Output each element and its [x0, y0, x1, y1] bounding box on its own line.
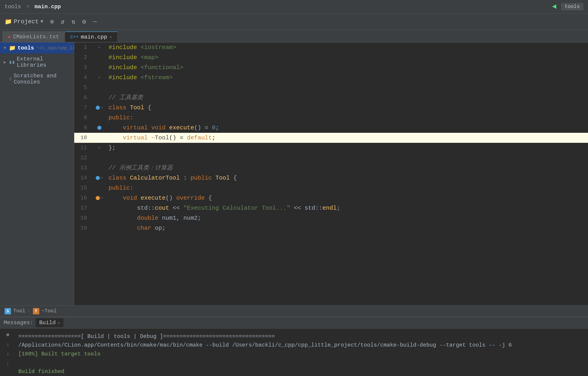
tab-main-cpp[interactable]: C++ main.cpp ✕	[65, 31, 118, 42]
sidebar-external-label: External Libraries	[17, 56, 70, 68]
table-row: 15 public:	[74, 183, 588, 193]
build-success-line: [100%] Built target tools	[18, 350, 583, 358]
scroll-down-build-icon[interactable]: ⇩	[4, 350, 12, 358]
sidebar: ▼ 📁 tools ~/c_cpp/cpp_little_project/too…	[0, 42, 74, 305]
line-number: 18	[74, 213, 93, 223]
build-content: ■ ⇧ ⇩ ⋮ ===================[ Build | too…	[0, 329, 588, 376]
project-dropdown-icon: ▼	[40, 19, 43, 24]
build-panel: Messages: Build ✕ ■ ⇧ ⇩ ⋮ ==============…	[0, 317, 588, 376]
tab-close-icon[interactable]: ✕	[109, 34, 112, 40]
sidebar-tools-path: ~/c_cpp/cpp_little_project/tools	[37, 45, 74, 51]
line-gutter: ▿	[93, 73, 106, 83]
tab-cmake[interactable]: ▲ CMakeLists.txt	[2, 31, 65, 42]
build-tab[interactable]: Build ✕	[36, 318, 64, 327]
fold-icon-4[interactable]: ▿	[98, 143, 101, 153]
fold-icon-2[interactable]: ▿	[98, 73, 101, 83]
sidebar-item-tools[interactable]: ▼ 📁 tools ~/c_cpp/cpp_little_project/too…	[0, 42, 74, 54]
editor-area[interactable]: 1 ▿ #include <iostream> 2 #include <map>…	[74, 42, 588, 305]
table-row: 1 ▿ #include <iostream>	[74, 42, 588, 52]
table-row: 4 ▿ #include <fstream>	[74, 73, 588, 83]
code-content: virtual ~Tool() = default;	[106, 133, 215, 143]
build-finished-line: Build finished	[18, 367, 583, 376]
title-bar: tools > main.cpp ◄ tools	[0, 0, 588, 14]
line-gutter: ▿	[93, 103, 106, 113]
table-row: 8 public:	[74, 113, 588, 123]
code-content: virtual void execute() = 0;	[106, 123, 219, 133]
line-number: 4	[74, 73, 93, 83]
table-row: 9 virtual void execute() = 0;	[74, 123, 588, 133]
title-filename: main.cpp	[34, 4, 61, 10]
sidebar-scratches-label: Scratches and Consoles	[14, 73, 70, 85]
scroll-down-icon[interactable]: ⇅	[72, 18, 75, 26]
line-gutter: ▿	[93, 42, 106, 52]
breakpoint-dot-2[interactable]	[97, 126, 101, 130]
code-content: #include <iostream>	[106, 42, 176, 52]
breadcrumb-f-icon: f	[33, 308, 39, 314]
main-cpp-tab-label: main.cpp	[81, 34, 107, 40]
breadcrumb-bar: S Tool › f ~Tool	[0, 305, 588, 317]
title-path: tools > main.cpp	[5, 4, 61, 10]
code-content: #include <map>	[106, 52, 158, 63]
code-content: };	[106, 143, 116, 153]
settings-icon[interactable]: ⚙	[82, 18, 86, 26]
scroll-up-build-icon[interactable]: ⇧	[4, 340, 12, 349]
minus-icon[interactable]: —	[93, 18, 97, 25]
code-content: #include <fstream>	[106, 73, 173, 83]
fold-icon-6[interactable]: ▿	[101, 193, 103, 203]
back-arrow-icon[interactable]: ◄	[552, 2, 556, 11]
code-content: char op;	[106, 223, 166, 233]
breadcrumb-tool-label: Tool	[13, 308, 25, 314]
breakpoint-dot-3[interactable]	[96, 176, 100, 180]
table-row: 16 ▿ void execute() override {	[74, 193, 588, 203]
fold-icon[interactable]: ▿	[98, 42, 101, 52]
stop-button[interactable]: ■	[4, 331, 12, 339]
breakpoint-dot-4[interactable]	[96, 196, 100, 200]
table-row: 7 ▿ class Tool {	[74, 103, 588, 113]
code-content: class CalculatorTool : public Tool {	[106, 173, 237, 183]
code-content: double num1, num2;	[106, 213, 201, 223]
build-controls: ■ ⇧ ⇩ ⋮	[0, 329, 14, 376]
table-row: 11 ▿ };	[74, 143, 588, 153]
line-number: 15	[74, 183, 93, 193]
line-number: 1	[74, 42, 93, 52]
table-row: 2 #include <map>	[74, 52, 588, 63]
build-tab-close-icon[interactable]: ✕	[58, 320, 60, 325]
table-row: 17 std::cout << "Executing Calculator To…	[74, 203, 588, 213]
code-content: // 工具基类	[106, 93, 143, 103]
scroll-up-icon[interactable]: ⇵	[61, 18, 65, 26]
tabs-bar: ▲ CMakeLists.txt C++ main.cpp ✕	[0, 30, 588, 42]
main-layout: ▼ 📁 tools ~/c_cpp/cpp_little_project/too…	[0, 42, 588, 305]
pin-icon[interactable]: ⋮	[4, 360, 12, 368]
sidebar-item-scratches[interactable]: ▶ ✌ Scratches and Consoles	[0, 71, 74, 87]
crosshair-icon[interactable]: ⊕	[50, 18, 54, 26]
line-number: 3	[74, 63, 93, 73]
build-output[interactable]: ===================[ Build | tools | Deb…	[14, 329, 588, 376]
line-number: 9	[74, 123, 93, 133]
project-selector[interactable]: 📁 Project ▼	[5, 18, 43, 25]
cmake-file-icon: ▲	[8, 34, 11, 40]
build-blank-line	[18, 358, 583, 367]
cpp-file-icon: C++	[70, 34, 79, 40]
code-container: 1 ▿ #include <iostream> 2 #include <map>…	[74, 42, 588, 233]
line-number: 2	[74, 52, 93, 63]
table-row: 13 // 示例工具类：计算器	[74, 163, 588, 173]
fold-icon-5[interactable]: ▿	[101, 173, 103, 183]
breadcrumb-s-icon: S	[5, 308, 11, 314]
code-content: // 示例工具类：计算器	[106, 163, 173, 173]
fold-icon-3[interactable]: ▿	[101, 103, 103, 113]
code-content: public:	[106, 183, 133, 193]
breadcrumb-destructor-label: ~Tool	[42, 308, 57, 314]
line-number: 11	[74, 143, 93, 153]
breadcrumb-separator: ›	[28, 308, 31, 314]
table-row: 18 double num1, num2;	[74, 213, 588, 223]
table-row: 5	[74, 83, 588, 93]
sidebar-item-external-libraries[interactable]: ▶ ▮▮ External Libraries	[0, 54, 74, 71]
code-content: #include <functional>	[106, 63, 184, 73]
tools-badge: tools	[561, 3, 583, 10]
breakpoint-dot[interactable]	[96, 106, 100, 110]
line-number: 19	[74, 223, 93, 233]
chevron-down-icon: ▼	[4, 46, 6, 51]
table-row: 6 // 工具基类	[74, 93, 588, 103]
line-number: 17	[74, 203, 93, 213]
line-number: 5	[74, 83, 93, 93]
